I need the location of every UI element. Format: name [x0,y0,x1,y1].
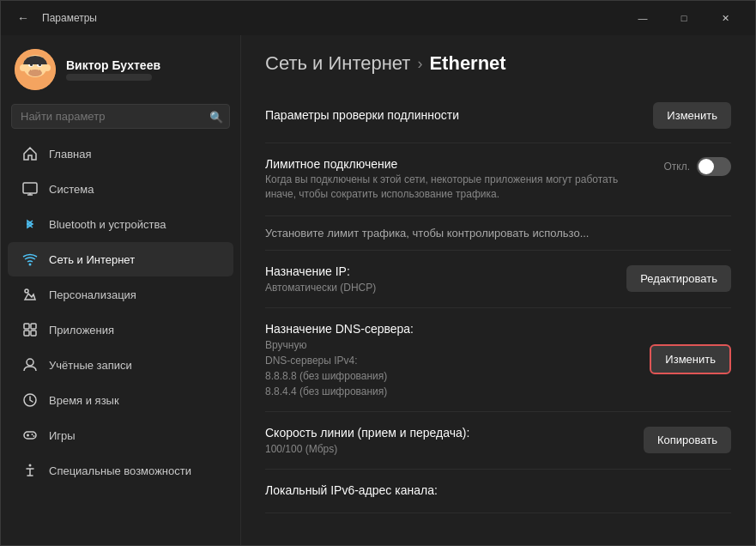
sidebar-item-system[interactable]: Система [8,172,233,206]
metered-toggle[interactable] [697,157,731,176]
auth-button[interactable]: Изменить [653,102,731,129]
sidebar-item-apps[interactable]: Приложения [8,312,233,347]
sidebar-item-apps-label: Приложения [49,324,114,337]
sidebar-item-personalization-label: Персонализация [49,288,136,301]
window-controls: — □ ✕ [623,4,745,32]
dns-sub3: 8.8.8.8 (без шифрования) [265,370,636,382]
sidebar-item-home[interactable]: Главная [8,136,233,171]
svg-point-6 [28,70,42,76]
home-icon [21,145,39,162]
ipv6-info: Локальный IPv6-адрес канала: [265,483,731,499]
svg-rect-20 [24,432,36,439]
sidebar-item-personalization[interactable]: Персонализация [8,277,233,312]
traffic-limit-text: Установите лимит трафика, чтобы контроли… [265,227,589,240]
auth-settings-row: Параметры проверки подлинности Изменить [265,88,731,143]
svg-rect-15 [31,324,36,329]
sidebar-item-games[interactable]: Игры [8,418,233,452]
search-box: 🔍 [11,104,230,129]
svg-point-18 [27,359,33,366]
user-section: Виктор Бухтеев [1,35,240,100]
ip-row: Назначение IP: Автоматически (DHCP) Реда… [265,251,731,308]
breadcrumb-current: Ethernet [429,52,505,75]
svg-point-8 [44,64,51,71]
personalization-icon [21,286,39,303]
ipv6-title: Локальный IPv6-адрес канала: [265,483,717,497]
svg-rect-9 [23,183,37,193]
auth-info: Параметры проверки подлинности [265,108,653,124]
system-icon [21,180,39,197]
svg-point-23 [32,434,33,435]
window-title: Параметры [42,12,97,24]
back-button[interactable]: ← [11,6,35,30]
sidebar-item-bluetooth-label: Bluetooth и устройства [49,218,166,231]
dns-edit-button[interactable]: Изменить [650,344,731,374]
network-icon [21,251,39,268]
ip-title: Назначение IP: [265,264,613,278]
sidebar-item-time-label: Время и язык [49,394,119,407]
metered-info: Лимитное подключение Когда вы подключены… [265,157,663,202]
user-subtitle [66,74,152,81]
sidebar-item-time[interactable]: Время и язык [8,383,233,417]
speed-title: Скорость линии (прием и передача): [265,426,630,440]
maximize-button[interactable]: □ [664,4,704,32]
svg-rect-14 [24,324,29,329]
metered-toggle-label: Откл. [663,161,690,173]
titlebar: ← Параметры — □ ✕ [1,1,755,35]
svg-point-12 [29,264,32,266]
sidebar-item-home-label: Главная [49,148,91,161]
games-icon [21,427,39,444]
dns-sub2: DNS-серверы IPv4: [265,355,636,367]
user-name: Виктор Бухтеев [66,58,160,72]
nav-menu: Главная Система [1,136,240,488]
accessibility-icon [21,462,39,479]
auth-title: Параметры проверки подлинности [265,108,639,122]
content-header: Сеть и Интернет › Ethernet [241,35,755,88]
breadcrumb-separator: › [417,55,422,73]
breadcrumb: Сеть и Интернет › Ethernet [265,52,731,75]
speed-sub: 100/100 (Мбps) [265,443,630,455]
speed-row: Скорость линии (прием и передача): 100/1… [265,412,731,470]
bluetooth-icon [21,215,39,233]
metered-row: Лимитное подключение Когда вы подключены… [265,143,731,216]
sidebar-item-network[interactable]: Сеть и Интернет [8,242,233,276]
sidebar-item-accounts-label: Учётные записи [49,359,132,372]
search-icon: 🔍 [209,110,223,123]
svg-point-7 [20,64,27,71]
breadcrumb-parent: Сеть и Интернет [265,52,410,75]
dns-info: Назначение DNS-сервера: Вручную DNS-серв… [265,322,650,397]
metered-sub: Когда вы подключены к этой сети, некотор… [265,173,650,202]
svg-point-24 [33,435,35,437]
sidebar-item-accessibility[interactable]: Специальные возможности [8,453,233,488]
traffic-limit-row[interactable]: Установите лимит трафика, чтобы контроли… [265,216,731,251]
sidebar-item-accessibility-label: Специальные возможности [49,464,191,477]
svg-rect-17 [31,331,36,336]
svg-rect-16 [24,331,29,336]
sidebar: Виктор Бухтеев 🔍 Главная [1,35,241,545]
search-input[interactable] [11,104,230,129]
dns-title: Назначение DNS-сервера: [265,322,636,336]
dns-sub4: 8.8.4.4 (без шифрования) [265,385,636,397]
sidebar-item-games-label: Игры [49,429,76,442]
minimize-button[interactable]: — [623,4,662,32]
ip-edit-button[interactable]: Редактировать [626,265,731,292]
close-button[interactable]: ✕ [705,4,745,32]
user-info: Виктор Бухтеев [66,58,160,81]
speed-copy-button[interactable]: Копировать [644,427,731,453]
sidebar-item-system-label: Система [49,183,94,196]
ip-sub: Автоматически (DHCP) [265,282,613,294]
ipv6-row: Локальный IPv6-адрес канала: [265,470,731,513]
main-layout: Виктор Бухтеев 🔍 Главная [1,35,755,545]
sidebar-item-bluetooth[interactable]: Bluetooth и устройства [8,207,233,241]
avatar [15,49,56,90]
content-body: Параметры проверки подлинности Изменить … [241,88,755,545]
dns-row: Назначение DNS-сервера: Вручную DNS-серв… [265,308,731,412]
accounts-icon [21,356,39,373]
apps-icon [21,321,39,338]
dns-sub1: Вручную [265,339,636,351]
window: ← Параметры — □ ✕ [0,0,756,546]
ip-info: Назначение IP: Автоматически (DHCP) [265,264,626,294]
sidebar-item-accounts[interactable]: Учётные записи [8,348,233,382]
speed-info: Скорость линии (прием и передача): 100/1… [265,426,644,455]
svg-point-25 [29,464,32,467]
metered-toggle-container: Откл. [663,157,731,176]
